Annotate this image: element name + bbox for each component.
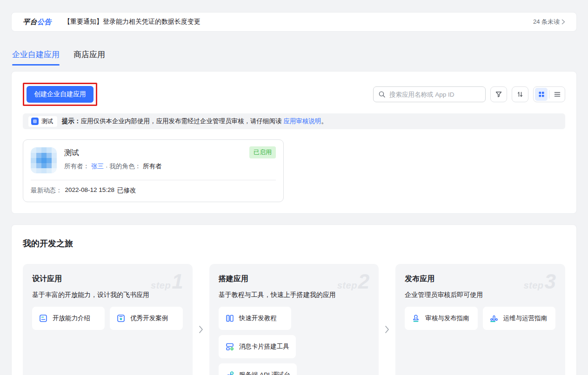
- step-desc: 基于丰富的开放能力，设计我的飞书应用: [32, 291, 183, 299]
- bar-chart-icon: [489, 314, 499, 323]
- view-toggle: [533, 86, 565, 102]
- app-card[interactable]: 测试 所有者：张三 · 我的角色：所有者 已启用 最新动态： 2022-08-1…: [23, 139, 284, 202]
- step-title: 发布应用: [405, 275, 434, 283]
- toolbar-right: [373, 86, 565, 102]
- step-separator: [193, 264, 209, 375]
- app-card-top: 测试 所有者：张三 · 我的角色：所有者 已启用: [23, 140, 283, 180]
- tip-text: 提示：应用仅供本企业内部使用，应用发布需经过企业管理员审核，请仔细阅读 应用审核…: [62, 117, 327, 125]
- step-watermark: step1: [151, 271, 183, 292]
- annotation-highlight: 创建企业自建应用: [23, 83, 97, 106]
- book-icon: [225, 314, 234, 323]
- step-card-publish: 发布应用 step3 企业管理员审核后即可使用 审核与发布指南 运维与运营指南: [395, 264, 565, 375]
- journey-panel: 我的开发之旅 设计应用 step1 基于丰富的开放能力，设计我的飞书应用 开放能…: [11, 224, 577, 375]
- filter-icon: [495, 91, 502, 98]
- platform-announcement-logo: 平台公告: [23, 18, 52, 26]
- activity-action: 已修改: [117, 186, 136, 195]
- tenant-name: 测试: [41, 118, 53, 125]
- tab-store-apps[interactable]: 商店应用: [74, 49, 105, 66]
- step-watermark: step3: [523, 271, 556, 292]
- app-meta: 测试 所有者：张三 · 我的角色：所有者: [64, 147, 162, 173]
- grid-view-button[interactable]: [534, 86, 549, 102]
- announcement-message: 【重要通知】登录能力相关凭证的数据长度变更: [64, 18, 533, 26]
- page: 平台公告 【重要通知】登录能力相关凭证的数据长度变更 24 条未读 企业自建应用…: [0, 0, 588, 375]
- app-name: 测试: [64, 148, 162, 158]
- tenant-avatar-icon: [31, 118, 39, 125]
- app-type-tabs: 企业自建应用 商店应用: [11, 49, 577, 66]
- dot-separator: ·: [106, 163, 108, 170]
- stamp-icon: [411, 314, 421, 323]
- search-icon: [378, 91, 386, 98]
- status-badge: 已启用: [249, 146, 276, 158]
- announcement-banner[interactable]: 平台公告 【重要通知】登录能力相关凭证的数据长度变更 24 条未读: [11, 12, 577, 32]
- link-best-dev-cases[interactable]: 优秀开发案例: [110, 307, 182, 330]
- chevron-right-icon: [561, 19, 565, 25]
- app-avatar: [31, 147, 57, 173]
- search-box: [373, 86, 486, 102]
- link-ops-operation-guide[interactable]: 运维与运营指南: [483, 307, 555, 330]
- chevron-right-icon: [199, 325, 203, 334]
- activity-time: 2022-08-12 15:28: [65, 186, 115, 195]
- list-view-icon: [554, 91, 561, 98]
- open-ability-icon: [39, 314, 48, 323]
- step-desc: 企业管理员审核后即可使用: [405, 291, 556, 299]
- app-owner-line: 所有者：张三 · 我的角色：所有者: [64, 162, 162, 171]
- search-input[interactable]: [389, 91, 481, 98]
- filter-button[interactable]: [490, 86, 507, 102]
- review-guide-link[interactable]: 应用审核说明: [283, 118, 321, 125]
- step-title: 设计应用: [32, 275, 62, 283]
- journey-steps: 设计应用 step1 基于丰富的开放能力，设计我的飞书应用 开放能力介绍 优秀开…: [23, 264, 565, 375]
- step-title: 搭建应用: [219, 275, 248, 283]
- step-separator: [379, 264, 395, 375]
- create-app-button[interactable]: 创建企业自建应用: [27, 86, 94, 103]
- link-review-publish-guide[interactable]: 审核与发布指南: [405, 307, 477, 330]
- unread-count[interactable]: 24 条未读: [533, 18, 565, 26]
- owner-link[interactable]: 张三: [91, 162, 104, 171]
- chevron-right-icon: [385, 325, 389, 334]
- link-quick-dev-tutorial[interactable]: 快速开发教程: [219, 307, 291, 330]
- card-builder-icon: [225, 342, 234, 351]
- step-desc: 基于教程与工具，快速上手搭建我的应用: [219, 291, 370, 299]
- apps-panel: 创建企业自建应用: [11, 71, 577, 214]
- apps-toolbar: 创建企业自建应用: [23, 83, 565, 106]
- api-debug-icon: [225, 370, 234, 375]
- step-card-design: 设计应用 step1 基于丰富的开放能力，设计我的飞书应用 开放能力介绍 优秀开…: [23, 264, 193, 375]
- journey-title: 我的开发之旅: [23, 238, 565, 249]
- tip-bar: 测试 提示：应用仅供本企业内部使用，应用发布需经过企业管理员审核，请仔细阅读 应…: [23, 113, 565, 129]
- star-case-icon: [116, 314, 126, 323]
- link-card-builder-tool[interactable]: 消息卡片搭建工具: [219, 335, 296, 358]
- grid-view-icon: [538, 91, 545, 98]
- app-activity: 最新动态： 2022-08-12 15:28 已修改: [23, 180, 283, 202]
- step-card-build: 搭建应用 step2 基于教程与工具，快速上手搭建我的应用 快速开发教程 消息卡…: [209, 264, 379, 375]
- role-value: 所有者: [143, 162, 162, 171]
- sort-button[interactable]: [512, 86, 528, 102]
- tab-self-built-apps[interactable]: 企业自建应用: [12, 49, 60, 66]
- list-view-button[interactable]: [549, 86, 565, 102]
- tenant-pill: 测试: [28, 116, 57, 127]
- step-watermark: step2: [337, 271, 370, 292]
- sort-icon: [516, 91, 524, 98]
- link-server-api-debugger[interactable]: 服务端 API 调试台: [219, 363, 297, 375]
- link-open-ability-intro[interactable]: 开放能力介绍: [32, 307, 105, 330]
